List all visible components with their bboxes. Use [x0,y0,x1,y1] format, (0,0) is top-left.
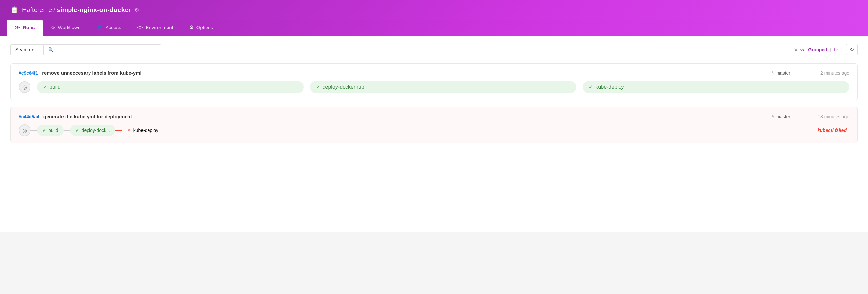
pipeline-connector [576,87,583,87]
stage-label: deploy-dock... [82,128,110,133]
search-input[interactable] [56,47,156,52]
path-separator: / [54,6,55,14]
run-branch: ⑂ master [772,70,790,76]
stage-build[interactable]: ✓ build [37,125,64,136]
check-icon: ✓ [43,84,47,90]
view-list-link[interactable]: List [834,47,841,52]
run-time: 18 minutes ago [803,114,849,119]
tab-workflows[interactable]: ⚙ Workflows [43,20,89,36]
stage-label: build [49,128,58,133]
repo-name[interactable]: simple-nginx-on-docker [57,6,131,14]
run-header: #c9c84f1 remove unneccesary labels from … [19,70,849,76]
workflows-icon: ⚙ [51,24,55,31]
repo-icon: 📋 [10,6,19,14]
view-separator: | [830,47,831,52]
pipeline-failed: ◎ ✓ build ✓ deploy-dock... ✕ kube-deploy… [19,124,849,136]
circle-icon: ◎ [22,127,27,134]
options-icon: ⚙ [189,24,194,31]
tab-environment-label: Environment [146,25,173,30]
tab-access[interactable]: 👤 Access [88,20,129,36]
pipeline-connector [304,87,310,87]
commit-hash[interactable]: #c9c84f1 [19,70,38,76]
circle-icon: ◎ [22,84,27,90]
pipeline-connector [64,130,70,131]
access-icon: 👤 [96,24,102,31]
stage-build[interactable]: ✓ build [37,81,304,93]
refresh-button[interactable]: ↻ [846,44,858,55]
branch-name: master [776,70,790,76]
error-label: kubectl failed [817,128,849,133]
view-label: View: [794,47,805,52]
branch-name: master [776,114,790,119]
branch-icon: ⑂ [772,114,775,119]
check-icon: ✓ [75,128,79,133]
stage-label: kube-deploy [133,128,158,133]
pipeline-connector [30,87,37,87]
main-content: Search ▾ 🔍 View: Grouped | List ↻ #c9c84… [0,36,868,232]
run-header: #c44d5a4 generate the kube yml for deplo… [19,114,849,119]
check-icon: ✓ [589,84,593,90]
run-card: #c9c84f1 remove unneccesary labels from … [10,63,858,100]
stage-label: kube-deploy [595,84,624,90]
search-input-wrapper: 🔍 [43,44,161,55]
org-name[interactable]: Haftcreme [22,6,52,14]
tab-options[interactable]: ⚙ Options [181,20,221,36]
pipeline: ◎ ✓ build ✓ deploy-dockerhub ✓ kube-depl… [19,81,849,93]
search-dropdown[interactable]: Search ▾ [10,44,43,55]
commit-message: generate the kube yml for deployment [43,114,772,119]
cross-icon: ✕ [127,128,131,133]
tab-options-label: Options [196,25,213,30]
pipeline-connector-failed [115,130,122,131]
pipeline-connector [30,130,37,131]
toolbar: Search ▾ 🔍 View: Grouped | List ↻ [10,44,858,55]
stage-kube-deploy[interactable]: ✓ kube-deploy [583,81,849,93]
tab-bar: ≫ Runs ⚙ Workflows 👤 Access <> Environme… [0,20,868,36]
tab-runs[interactable]: ≫ Runs [6,20,43,36]
stage-label: build [50,84,61,90]
settings-icon[interactable]: ⚙ [134,7,139,13]
pipeline-start-icon: ◎ [19,124,30,136]
pipeline-start-icon: ◎ [19,81,30,93]
view-controls: View: Grouped | List ↻ [794,44,858,55]
run-branch: ⑂ master [772,114,790,119]
search-icon: 🔍 [48,47,54,52]
view-grouped-link[interactable]: Grouped [808,47,827,52]
branch-icon: ⑂ [772,70,775,75]
stage-kube-deploy-failed[interactable]: ✕ kube-deploy [122,125,163,136]
tab-workflows-label: Workflows [58,25,81,30]
stage-deploy-dockerhub[interactable]: ✓ deploy-dockerhub [310,81,577,93]
commit-message: remove unneccesary labels from kube-yml [42,70,772,76]
page-header: 📋 Haftcreme / simple-nginx-on-docker ⚙ [0,0,868,20]
search-area: Search ▾ 🔍 [10,44,161,55]
tab-environment[interactable]: <> Environment [129,20,181,36]
runs-icon: ≫ [14,24,20,31]
stage-deploy-dockerhub[interactable]: ✓ deploy-dock... [70,125,115,136]
tab-access-label: Access [105,25,121,30]
chevron-down-icon: ▾ [32,47,34,52]
commit-hash[interactable]: #c44d5a4 [19,114,39,119]
search-dropdown-label: Search [16,47,30,52]
run-card: #c44d5a4 generate the kube yml for deplo… [10,107,858,143]
environment-icon: <> [137,25,143,31]
check-icon: ✓ [42,128,46,133]
stage-label: deploy-dockerhub [322,84,364,90]
tab-runs-label: Runs [23,25,35,30]
run-time: 2 minutes ago [803,70,849,76]
check-icon: ✓ [316,84,320,90]
